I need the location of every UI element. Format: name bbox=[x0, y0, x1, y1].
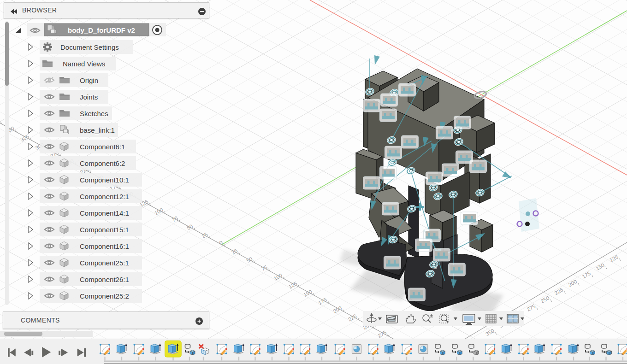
svg-text:Document Settings: Document Settings bbox=[60, 43, 119, 51]
svg-text:Component25:2: Component25:2 bbox=[80, 292, 129, 300]
svg-text:Component6:2: Component6:2 bbox=[80, 159, 125, 167]
svg-text:Component26:1: Component26:1 bbox=[80, 276, 129, 283]
svg-text:Named Views: Named Views bbox=[63, 60, 105, 68]
svg-text:Component6:1: Component6:1 bbox=[80, 143, 125, 151]
svg-text:Component12:1: Component12:1 bbox=[80, 193, 129, 200]
svg-text:Component10:1: Component10:1 bbox=[80, 176, 129, 184]
svg-text:Component14:1: Component14:1 bbox=[80, 209, 129, 217]
svg-text:Component16:1: Component16:1 bbox=[80, 242, 129, 250]
svg-text:Joints: Joints bbox=[80, 93, 98, 101]
svg-text:Component25:1: Component25:1 bbox=[80, 259, 129, 267]
svg-text:base_link:1: base_link:1 bbox=[80, 126, 115, 134]
svg-text:body_D_forURDF v2: body_D_forURDF v2 bbox=[68, 26, 135, 34]
svg-text:Origin: Origin bbox=[80, 76, 98, 84]
svg-text:Component15:1: Component15:1 bbox=[80, 226, 129, 234]
svg-text:Sketches: Sketches bbox=[80, 110, 108, 117]
